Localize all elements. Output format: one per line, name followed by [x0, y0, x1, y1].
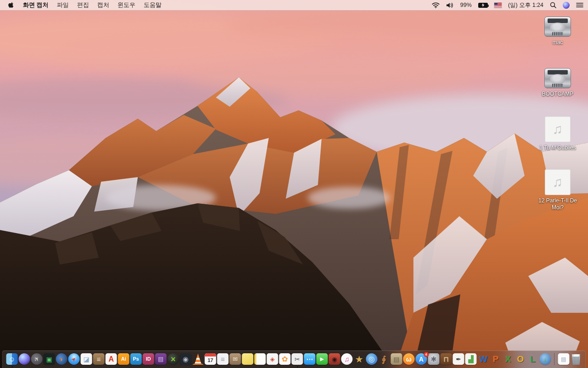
dock-item-word[interactable]: W [477, 353, 489, 365]
powerpoint-icon: P [490, 353, 502, 365]
dock-item-pages[interactable]: ✒ [452, 353, 464, 365]
mail-archive-icon: ✉ [230, 353, 241, 365]
desktop-icon-bootcamp[interactable]: BOOTCAMP [536, 68, 580, 98]
dock-item-messages[interactable]: ⋯ [304, 353, 316, 365]
dock-item-illustrator[interactable]: Ai [118, 353, 130, 365]
dock-item-app-store[interactable]: A4 [415, 353, 427, 365]
video-converter-icon: × [168, 353, 179, 365]
dock-item-video-converter[interactable]: × [167, 353, 179, 365]
dock-item-firefox[interactable]: ◗ [56, 353, 68, 365]
dock-item-garageband[interactable]: ∮ [378, 353, 390, 365]
trash-icon [571, 353, 582, 365]
dock-item-news-collage[interactable]: ▤ [390, 353, 402, 365]
dock-item-disk-tool[interactable]: ◉ [180, 353, 192, 365]
dock-item-vlc[interactable] [192, 353, 204, 365]
grab-icon: ✂ [292, 353, 303, 365]
dock-item-download-manager[interactable]: ↓ [539, 353, 551, 365]
garageband-icon: ∮ [379, 353, 390, 365]
volume-icon[interactable] [446, 2, 454, 8]
menu-item-2[interactable]: 편집 [73, 1, 93, 8]
dock-divider [554, 353, 555, 365]
desktop-icon-label: 12 Parle-T-Il De Moi? [536, 197, 580, 211]
imovie-icon: ★ [354, 353, 365, 365]
notification-center-icon[interactable] [576, 2, 583, 8]
dock-item-siri[interactable] [18, 353, 30, 365]
illustrator-icon: Ai [118, 353, 130, 365]
siri-icon[interactable] [563, 2, 570, 9]
dock-item-trash[interactable] [570, 353, 582, 365]
system-preferences-icon: ✱ [428, 353, 440, 365]
menu-item-5[interactable]: 도움말 [140, 1, 166, 8]
excel-icon: X [503, 353, 514, 365]
dock-item-outlook[interactable]: O [514, 353, 526, 365]
dock-item-numbers[interactable]: ▟ [465, 353, 477, 365]
dock-item-keynote[interactable]: ⊓ [440, 353, 452, 365]
dock-item-doc-viewer[interactable]: ◈ [266, 353, 278, 365]
dock-item-system-preferences[interactable]: ✱ [428, 353, 440, 365]
dock-item-imovie[interactable]: ★ [353, 353, 365, 365]
dock-item-photoshop[interactable]: Ps [130, 353, 142, 365]
dock-item-safari[interactable]: ➤ [68, 353, 80, 365]
dock-item-document-file[interactable]: ▤ [558, 353, 570, 365]
menu-item-3[interactable]: 캡처 [93, 1, 113, 8]
doc-viewer-icon: ◈ [267, 353, 278, 365]
desktop-icon-song-2[interactable]: ♫12 Parle-T-Il De Moi? [536, 169, 580, 211]
menu-item-1[interactable]: 파일 [53, 1, 73, 8]
photos-icon: ✿ [279, 353, 291, 365]
notes-icon [254, 353, 266, 365]
dock-item-excel[interactable]: X [502, 353, 514, 365]
menu-bar-clock[interactable]: (일) 오후 1:24 [508, 1, 543, 9]
menu-bar: 화면 캡처파일편집캡처윈도우도움말 99% (일) 오후 1:24 [0, 0, 588, 11]
dock-item-acrobat-reader[interactable]: A [105, 353, 117, 365]
app-menu-area: 화면 캡처파일편집캡처윈도우도움말 [5, 0, 166, 10]
dock-item-itunes[interactable]: ♫ [341, 353, 353, 365]
ibooks-icon: ω [403, 353, 415, 365]
dock-item-ibooks[interactable]: ω [403, 353, 415, 365]
indesign-icon: ID [143, 353, 154, 365]
dock-item-finder[interactable]: ☺ [6, 353, 18, 365]
dock-item-photos[interactable]: ✿ [279, 353, 291, 365]
dock-item-mail-archive[interactable]: ✉ [229, 353, 241, 365]
hard-drive-icon [544, 68, 571, 88]
status-area: 99% (일) 오후 1:24 [432, 1, 583, 9]
apple-menu[interactable] [5, 2, 19, 9]
keynote-icon: ⊓ [441, 353, 452, 365]
disk-tool-icon: ◉ [180, 353, 192, 365]
dock-item-idvd[interactable]: ◎ [366, 353, 378, 365]
battery-charging-icon[interactable] [478, 3, 488, 8]
dock-item-toast[interactable]: ▤ [155, 353, 167, 365]
menu-item-0[interactable]: 화면 캡처 [19, 1, 53, 8]
spotlight-icon[interactable] [550, 2, 556, 8]
acrobat-reader-icon: A [106, 353, 117, 365]
dock-item-notes[interactable] [254, 353, 266, 365]
dock-item-indesign[interactable]: ID [142, 353, 154, 365]
desktop-icon-label: mac [553, 39, 563, 46]
safari-icon: ➤ [68, 353, 80, 365]
dock-item-facetime[interactable]: ▶ [316, 353, 328, 365]
dock-item-stickies[interactable] [242, 353, 254, 365]
dock-item-window-manager[interactable]: ▣ [43, 353, 55, 365]
dock-item-contacts[interactable]: ≡ [93, 353, 105, 365]
stickies-icon [242, 353, 254, 365]
dock-item-lync[interactable]: L [527, 353, 539, 365]
document-file-icon: ▤ [558, 353, 570, 365]
dock-item-photo-booth[interactable]: ◉ [328, 353, 340, 365]
desktop-icon-mac[interactable]: mac [536, 17, 580, 46]
numbers-icon: ▟ [465, 353, 477, 365]
dock-item-preview[interactable]: ◪ [80, 353, 92, 365]
us-flag-icon[interactable] [494, 3, 502, 8]
wifi-icon[interactable] [432, 2, 440, 8]
dock-item-grab[interactable]: ✂ [291, 353, 303, 365]
window-manager-icon: ▣ [44, 353, 55, 365]
audio-file-icon: ♫ [545, 169, 571, 195]
menu-item-4[interactable]: 윈도우 [113, 1, 140, 8]
audio-file-icon: ♫ [545, 116, 571, 142]
dock-item-calendar[interactable]: 17 [204, 353, 216, 365]
notification-badge: 4 [424, 352, 429, 357]
dock-item-powerpoint[interactable]: P [490, 353, 502, 365]
dock-item-reminders[interactable]: ≡ [217, 353, 229, 365]
reminders-icon: ≡ [217, 353, 229, 365]
desktop-icon-song-1[interactable]: ♫1 Tu M'Oublies [536, 116, 580, 151]
dock-item-launchpad[interactable]: ✈ [31, 353, 43, 365]
desktop-icon-label: 1 Tu M'Oublies [539, 144, 576, 151]
